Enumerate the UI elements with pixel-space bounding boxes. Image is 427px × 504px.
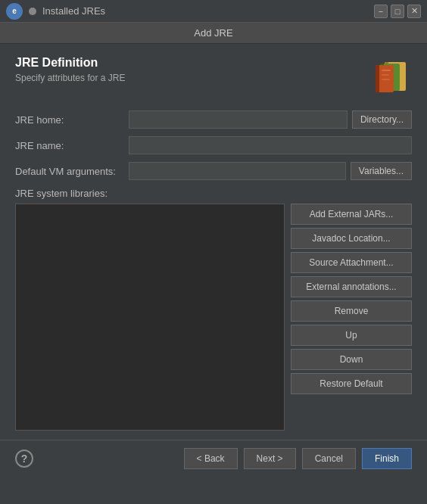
vm-args-label: Default VM arguments: (15, 166, 129, 177)
dialog-title-bar: Add JRE (0, 23, 427, 44)
vm-args-input[interactable] (129, 162, 346, 180)
dialog-content: JRE Definition Specify attributes for a … (0, 44, 427, 440)
background-title-bar: e Installed JREs − □ ✕ (0, 0, 427, 23)
jre-name-row: JRE name: (15, 136, 412, 154)
header-text: JRE Definition Specify attributes for a … (15, 56, 125, 83)
libraries-row: Add External JARs... Javadoc Location...… (15, 204, 412, 431)
remove-button[interactable]: Remove (291, 300, 412, 322)
libraries-label: JRE system libraries: (15, 188, 412, 199)
footer-left: ? (15, 450, 33, 468)
cancel-button[interactable]: Cancel (302, 448, 356, 469)
jre-name-input[interactable] (129, 136, 412, 154)
close-btn[interactable]: ✕ (407, 5, 421, 18)
svg-rect-5 (376, 65, 379, 92)
header-subtitle: Specify attributes for a JRE (15, 73, 125, 83)
maximize-btn[interactable]: □ (391, 5, 404, 18)
up-button[interactable]: Up (291, 325, 412, 346)
libraries-buttons: Add External JARs... Javadoc Location...… (291, 204, 412, 394)
external-annotations-button[interactable]: External annotations... (291, 276, 412, 297)
dialog-footer: ? < Back Next > Cancel Finish (0, 440, 427, 477)
dialog-title: Add JRE (194, 27, 232, 39)
directory-button[interactable]: Directory... (352, 110, 412, 129)
finish-button[interactable]: Finish (362, 448, 412, 469)
header-icon (369, 56, 412, 98)
svg-rect-6 (382, 70, 391, 71)
app-icon: e (6, 3, 23, 20)
background-window-title: Installed JREs (42, 5, 105, 17)
header-title: JRE Definition (15, 56, 125, 70)
restore-default-button[interactable]: Restore Default (291, 373, 412, 394)
footer-right: < Back Next > Cancel Finish (184, 448, 412, 469)
vm-args-row: Default VM arguments: Variables... (15, 162, 412, 180)
javadoc-location-button[interactable]: Javadoc Location... (291, 228, 412, 249)
title-bar-controls: − □ ✕ (374, 5, 421, 18)
source-attachment-button[interactable]: Source Attachment... (291, 252, 412, 273)
libraries-section: JRE system libraries: Add External JARs.… (15, 188, 412, 431)
jre-home-label: JRE home: (15, 114, 129, 126)
title-bar-left: e Installed JREs (6, 3, 105, 20)
add-external-jars-button[interactable]: Add External JARs... (291, 204, 412, 225)
next-button[interactable]: Next > (244, 448, 296, 469)
back-button[interactable]: < Back (184, 448, 238, 469)
libraries-list[interactable] (15, 204, 285, 431)
variables-button[interactable]: Variables... (351, 162, 412, 180)
minimize-btn[interactable]: − (374, 5, 388, 18)
down-button[interactable]: Down (291, 349, 412, 370)
jre-home-input[interactable] (129, 110, 348, 129)
dialog-header: JRE Definition Specify attributes for a … (15, 56, 412, 98)
books-icon (369, 56, 412, 98)
jre-name-label: JRE name: (15, 140, 129, 151)
help-button[interactable]: ? (15, 450, 33, 468)
svg-rect-8 (382, 79, 390, 80)
jre-home-row: JRE home: Directory... (15, 110, 412, 129)
svg-rect-7 (382, 74, 389, 76)
eclipse-dot (29, 8, 36, 15)
